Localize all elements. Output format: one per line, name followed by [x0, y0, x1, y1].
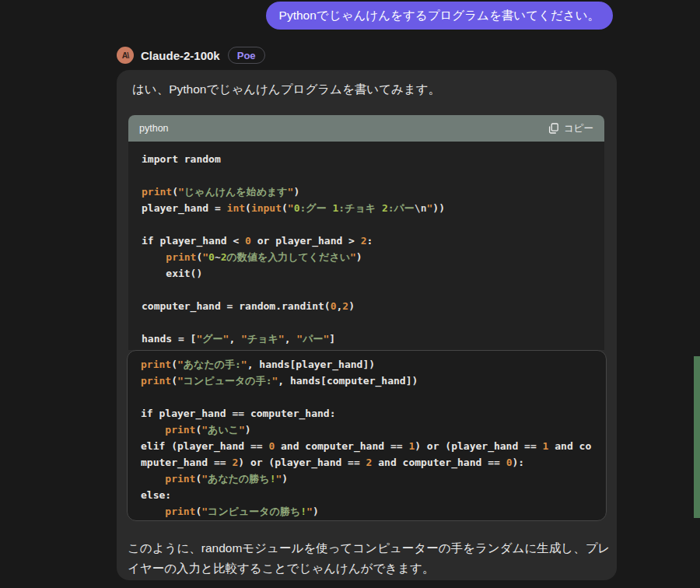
- copy-button[interactable]: コピー: [548, 122, 593, 135]
- bot-header: A\ Claude-2-100k Poe: [117, 46, 265, 65]
- bot-intro-text: はい、Pythonでじゃんけんプログラムを書いてみます。: [132, 80, 603, 99]
- scrollbar-thumb[interactable]: [694, 356, 700, 518]
- code-block: python コピー import random print("じゃんけんを始め…: [128, 115, 604, 350]
- code-part1: import random print("じゃんけんを始めます")player_…: [128, 142, 604, 350]
- bot-outro-text: このように、randomモジュールを使ってコンピューターの手をランダムに生成し、…: [128, 538, 619, 579]
- code-language-label: python: [139, 123, 169, 134]
- bot-name[interactable]: Claude-2-100k: [141, 49, 220, 62]
- code-part2: print("あなたの手:", hands[player_hand])print…: [128, 351, 606, 521]
- code-block-header: python コピー: [128, 115, 604, 142]
- anthropic-logo-icon: A\: [122, 51, 129, 60]
- copy-button-label: コピー: [564, 122, 593, 135]
- bot-avatar[interactable]: A\: [117, 47, 134, 64]
- copy-icon: [548, 123, 559, 134]
- poe-badge[interactable]: Poe: [228, 47, 265, 64]
- user-message-bubble: Pythonでじゃんけんをするプログラムを書いてください。: [266, 2, 613, 30]
- code-continuation-panel: print("あなたの手:", hands[player_hand])print…: [127, 350, 607, 521]
- user-message-text: Pythonでじゃんけんをするプログラムを書いてください。: [279, 8, 600, 24]
- chat-page: Pythonでじゃんけんをするプログラムを書いてください。 A\ Claude-…: [0, 0, 700, 588]
